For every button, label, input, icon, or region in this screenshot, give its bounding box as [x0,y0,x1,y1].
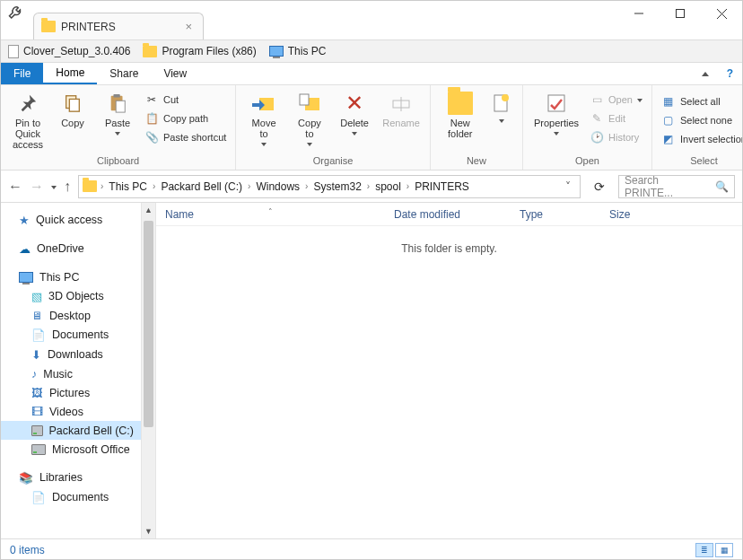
tree-item-this-pc[interactable]: This PC [1,267,141,286]
tree-item-lib-documents[interactable]: 📄Documents [1,487,141,507]
bookmark-item[interactable]: Clover_Setup_3.0.406 [8,45,130,58]
tab-close-button[interactable]: × [181,20,196,33]
folder-icon [41,21,56,32]
move-to-button[interactable]: Move to [241,89,285,148]
tree-scrollbar[interactable]: ▲ ▼ [142,203,156,538]
breadcrumb-separator[interactable]: › [151,181,157,191]
maximize-button[interactable] [660,1,701,26]
up-button[interactable]: ↑ [64,179,71,195]
group-label: Organise [236,155,430,170]
browser-tab[interactable]: PRINTERS × [33,13,204,39]
svg-rect-7 [113,94,119,98]
copy-path-icon: 📋 [144,111,159,126]
select-none-button[interactable]: ▢Select none [658,111,743,129]
pictures-icon: 🖼 [31,387,43,399]
properties-button[interactable]: Properties [529,89,584,137]
bookmark-item[interactable]: Program Files (x86) [143,45,256,57]
scroll-up-icon[interactable]: ▲ [142,203,155,217]
icons-view-button[interactable]: ▦ [715,543,733,557]
search-input[interactable]: Search PRINTE... 🔍 [618,175,735,198]
svg-rect-8 [116,101,125,112]
content-pane: ˄Name Date modified Type Size This folde… [156,203,742,538]
recent-locations-button[interactable] [51,186,57,189]
breadcrumb-segment[interactable]: Windows [254,180,302,193]
column-header-name[interactable]: ˄Name [156,208,385,221]
ribbon-tab-file[interactable]: File [1,63,43,84]
breadcrumb-separator[interactable]: › [303,181,310,191]
history-button[interactable]: 🕑History [586,128,646,146]
tree-item-quick-access[interactable]: ★Quick access [1,210,141,230]
column-header-date[interactable]: Date modified [385,208,511,221]
bookmark-item[interactable]: This PC [269,45,327,57]
tree-item-downloads[interactable]: ⬇Downloads [1,345,141,364]
open-icon: ▭ [590,92,604,107]
edit-icon: ✎ [590,111,604,126]
breadcrumb-segment[interactable]: Packard Bell (C:) [159,180,244,193]
help-button[interactable]: ? [718,63,742,84]
cut-button[interactable]: ✂Cut [141,91,230,109]
breadcrumb-separator[interactable]: › [365,181,372,191]
pin-to-quick-access-button[interactable]: Pin to Quick access [6,89,49,152]
select-all-icon: ▦ [661,94,676,109]
select-all-button[interactable]: ▦Select all [658,92,743,110]
copy-to-button[interactable]: Copy to [288,89,331,148]
tree-item-music[interactable]: ♪Music [1,364,141,383]
edit-button[interactable]: ✎Edit [586,109,646,127]
open-button[interactable]: ▭Open [586,91,646,109]
copy-button[interactable]: Copy [51,89,94,130]
pin-icon [15,91,40,116]
window-controls [618,1,742,26]
delete-button[interactable]: ✕ Delete [333,89,376,137]
chevron-down-icon [637,99,642,102]
close-button[interactable] [701,1,742,26]
breadcrumb-dropdown[interactable]: ˅ [560,180,576,193]
tree-item-libraries[interactable]: 📚Libraries [1,468,141,487]
column-header-type[interactable]: Type [511,208,600,221]
scrollbar-thumb[interactable] [144,221,153,427]
app-menu-icon[interactable] [8,4,24,24]
tree-item-pictures[interactable]: 🖼Pictures [1,383,141,402]
star-icon: ★ [19,214,30,227]
new-item-button[interactable] [486,89,517,125]
details-view-button[interactable]: ≣ [695,543,713,557]
ribbon-tab-strip: File Home Share View ? [1,63,742,85]
desktop-icon: 🖥 [31,310,43,322]
rename-button[interactable]: Rename [378,89,424,130]
breadcrumb-separator[interactable]: › [99,181,105,191]
tree-item-documents[interactable]: 📄Documents [1,325,141,345]
address-bar: ← → ↑ › This PC› Packard Bell (C:)› Wind… [1,171,742,203]
forward-button[interactable]: → [30,179,44,195]
navigation-tree[interactable]: ★Quick access ☁OneDrive This PC ▧3D Obje… [1,203,142,538]
group-label: Clipboard [1,155,235,170]
scroll-down-icon[interactable]: ▼ [142,524,155,538]
refresh-button[interactable]: ⟳ [588,175,611,198]
invert-selection-button[interactable]: ◩Invert selection [658,130,743,148]
rename-icon [389,91,414,116]
breadcrumb-segment[interactable]: spool [373,180,403,193]
breadcrumb[interactable]: › This PC› Packard Bell (C:)› Windows› S… [78,175,581,198]
ribbon-tab-view[interactable]: View [151,63,199,84]
breadcrumb-segment[interactable]: PRINTERS [413,180,471,193]
copy-path-button[interactable]: 📋Copy path [141,109,230,127]
breadcrumb-segment[interactable]: System32 [311,180,363,193]
new-folder-button[interactable]: New folder [436,89,485,141]
tree-item-3d-objects[interactable]: ▧3D Objects [1,286,141,306]
column-header-size[interactable]: Size [600,208,672,221]
tree-item-ms-office[interactable]: Microsoft Office [1,440,141,459]
tree-item-desktop[interactable]: 🖥Desktop [1,306,141,325]
titlebar: PRINTERS × [1,1,742,39]
paste-button[interactable]: Paste [96,89,139,137]
ribbon-tab-share[interactable]: Share [97,63,151,84]
tree-item-videos[interactable]: 🎞Videos [1,402,141,421]
back-button[interactable]: ← [8,179,22,195]
tree-item-drive-c[interactable]: Packard Bell (C:) [1,421,141,440]
minimize-button[interactable] [618,1,660,26]
breadcrumb-segment[interactable]: This PC [107,180,149,193]
paste-shortcut-button[interactable]: 📎Paste shortcut [141,128,230,146]
tab-title: PRINTERS [61,21,116,33]
breadcrumb-separator[interactable]: › [246,181,252,191]
ribbon-collapse-button[interactable] [693,63,718,84]
ribbon-tab-home[interactable]: Home [43,63,97,84]
tree-item-onedrive[interactable]: ☁OneDrive [1,239,141,258]
breadcrumb-separator[interactable]: › [405,181,411,191]
